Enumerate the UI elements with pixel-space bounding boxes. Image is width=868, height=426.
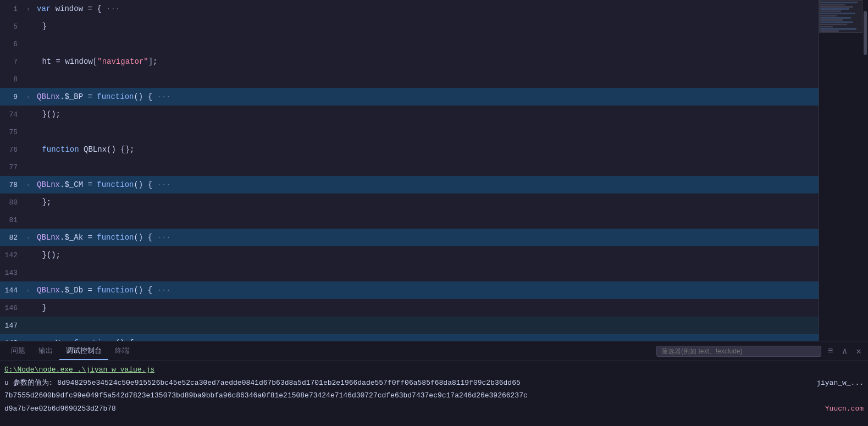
tab-problems[interactable]: 问题 xyxy=(4,342,32,360)
line-content-76: function QBLnx() {}; xyxy=(26,145,814,154)
close-panel-button[interactable]: ✕ xyxy=(854,345,864,358)
console-output-line-3: d9a7b7ee02b6d9690253d27b78 Yuucn.com xyxy=(4,402,864,416)
scrollbar-thumb[interactable] xyxy=(864,11,867,55)
line-number-5: 5 xyxy=(4,23,26,31)
line-content-9: › QBLnx.$_BP = function() { ··· xyxy=(26,92,814,101)
line-number-6: 6 xyxy=(4,40,26,48)
vertical-scrollbar[interactable] xyxy=(863,0,868,341)
code-lines: 1 › var window = { ··· 5 } 6 xyxy=(0,0,819,341)
collapse-icon[interactable]: ∧ xyxy=(840,345,850,358)
line-number-144: 144 xyxy=(4,286,26,295)
bottom-panel: 问题 输出 调试控制台 终端 ≡ ∧ ✕ G:\Node\node.exe .\… xyxy=(0,341,868,426)
code-line-1: 1 › var window = { ··· xyxy=(0,0,819,18)
line-content-5: } xyxy=(26,22,814,31)
code-container: 1 › var window = { ··· 5 } 6 xyxy=(0,0,819,341)
line-number-80: 80 xyxy=(4,198,26,207)
line-content-82: › QBLnx.$_Ak = function() { ··· xyxy=(26,233,814,242)
line-content-7: ht = window["navigator"]; xyxy=(26,57,814,66)
console-output-line-2: 7b7555d2600b9dfc99e049f5a542d7823e135073… xyxy=(4,389,864,402)
console-cmd-text[interactable]: G:\Node\node.exe .\jiyan_w_value.js xyxy=(4,366,154,374)
line-content-144: › QBLnx.$_Db = function() { ··· xyxy=(26,286,814,295)
code-line-8: 8 xyxy=(0,70,819,88)
code-line-76: 76 function QBLnx() {}; xyxy=(0,141,819,158)
collapse-chevron-148[interactable]: › xyxy=(26,340,30,341)
code-line-144: 144 › QBLnx.$_Db = function() { ··· xyxy=(0,281,819,299)
line-number-9: 9 xyxy=(4,93,26,101)
collapse-chevron-78[interactable]: › xyxy=(26,182,30,189)
console-output-cont-1: 7b7555d2600b9dfc99e049f5a542d7823e135073… xyxy=(4,391,528,400)
filter-input-container xyxy=(656,346,821,357)
line-content-148: › var U = function () { ··· xyxy=(26,339,814,341)
line-content-146: } xyxy=(26,303,814,312)
panel-tab-actions: ≡ ∧ ✕ xyxy=(656,345,864,358)
line-number-82: 82 xyxy=(4,234,26,242)
line-number-74: 74 xyxy=(4,110,26,119)
console-output-cont-2: d9a7b7ee02b6d9690253d27b78 xyxy=(4,403,116,414)
line-number-1: 1 xyxy=(4,5,26,13)
code-line-5: 5 } xyxy=(0,18,819,35)
code-line-80: 80 }; xyxy=(0,193,819,211)
code-line-142: 142 }(); xyxy=(0,246,819,264)
code-line-7: 7 ht = window["navigator"]; xyxy=(0,53,819,70)
filter-icon[interactable]: ≡ xyxy=(826,345,836,357)
line-number-81: 81 xyxy=(4,216,26,224)
console-cmd-line: G:\Node\node.exe .\jiyan_w_value.js xyxy=(4,363,864,377)
filter-input[interactable] xyxy=(661,347,816,355)
line-content-142: }(); xyxy=(26,251,814,259)
console-output-line-1: u 参数的值为: 8d948295e34524c50e915526bc45e52… xyxy=(4,377,864,390)
tab-output[interactable]: 输出 xyxy=(32,342,59,360)
collapse-chevron-144[interactable]: › xyxy=(26,287,30,294)
watermark: Yuucn.com xyxy=(825,403,864,414)
collapse-chevron-82[interactable]: › xyxy=(26,235,30,241)
code-line-82: 82 › QBLnx.$_Ak = function() { ··· xyxy=(0,229,819,246)
line-number-76: 76 xyxy=(4,146,26,154)
code-line-78: 78 › QBLnx.$_CM = function() { ··· xyxy=(0,176,819,193)
line-number-147: 147 xyxy=(4,322,26,330)
line-content-1: › var window = { ··· xyxy=(26,4,814,13)
console-param-label: u 参数的值为: xyxy=(4,379,57,387)
minimap-viewport xyxy=(819,0,863,33)
line-number-7: 7 xyxy=(4,58,26,66)
line-number-78: 78 xyxy=(4,181,26,189)
collapse-chevron-9[interactable]: › xyxy=(26,94,30,101)
console-output-suffix: jiyan_w_... xyxy=(816,378,864,389)
line-number-148: 148 xyxy=(4,339,26,341)
code-line-143: 143 xyxy=(0,264,819,281)
line-number-142: 142 xyxy=(4,251,26,259)
panel-tabs: 问题 输出 调试控制台 终端 ≡ ∧ ✕ xyxy=(0,341,868,361)
code-line-147: 147 xyxy=(0,317,819,334)
line-content-74: }(); xyxy=(26,110,814,119)
editor-area: 1 › var window = { ··· 5 } 6 xyxy=(0,0,868,341)
line-content-80: }; xyxy=(26,198,814,207)
code-line-77: 77 xyxy=(0,158,819,176)
line-number-143: 143 xyxy=(4,269,26,277)
panel-content: G:\Node\node.exe .\jiyan_w_value.js u 参数… xyxy=(0,361,868,426)
line-number-75: 75 xyxy=(4,128,26,136)
console-output-value-1: 8d948295e34524c50e915526bc45e52ca30ed7ae… xyxy=(57,379,521,387)
tab-debug-console[interactable]: 调试控制台 xyxy=(59,342,108,360)
tab-terminal[interactable]: 终端 xyxy=(108,342,136,360)
line-number-77: 77 xyxy=(4,163,26,171)
code-line-74: 74 }(); xyxy=(0,106,819,123)
code-line-6: 6 xyxy=(0,35,819,53)
line-content-78: › QBLnx.$_CM = function() { ··· xyxy=(26,180,814,189)
minimap xyxy=(819,0,863,341)
code-line-81: 81 xyxy=(0,211,819,229)
code-line-75: 75 xyxy=(0,123,819,141)
code-line-148: 148 › var U = function () { ··· xyxy=(0,334,819,341)
line-number-8: 8 xyxy=(4,75,26,84)
line-number-146: 146 xyxy=(4,304,26,312)
collapse-chevron-1[interactable]: › xyxy=(26,6,30,13)
code-line-9: 9 › QBLnx.$_BP = function() { ··· xyxy=(0,88,819,106)
code-line-146: 146 } xyxy=(0,299,819,317)
